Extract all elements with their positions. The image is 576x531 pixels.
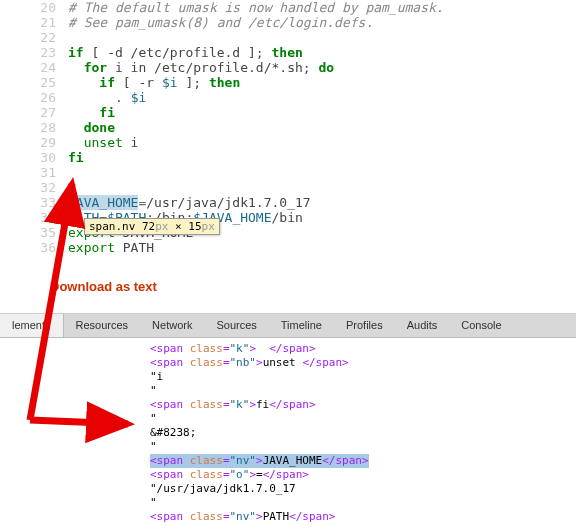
download-link[interactable]: Download as text: [50, 279, 157, 294]
dom-token: ": [150, 440, 157, 453]
line-content[interactable]: done: [68, 120, 576, 135]
dom-line[interactable]: <span class="k"> </span>: [150, 342, 576, 356]
devtools-tab-sources[interactable]: Sources: [204, 314, 268, 337]
dom-token: =: [223, 510, 230, 523]
dom-token: "k": [230, 342, 250, 355]
devtools-tab-audits[interactable]: Audits: [395, 314, 450, 337]
dom-token: [256, 342, 269, 355]
devtools-tab-profiles[interactable]: Profiles: [334, 314, 395, 337]
dom-line[interactable]: ": [150, 384, 576, 398]
devtools-tab-console[interactable]: Console: [449, 314, 513, 337]
dom-token: </span>: [263, 468, 309, 481]
dom-token: <span: [150, 342, 190, 355]
devtools-tab-resources[interactable]: Resources: [64, 314, 141, 337]
code-token: /bin: [272, 210, 303, 225]
line-content[interactable]: # The default umask is now handled by pa…: [68, 0, 576, 15]
dom-token: >: [256, 454, 263, 467]
dom-line[interactable]: ": [150, 440, 576, 454]
code-token: then: [209, 75, 240, 90]
code-line: 24 for i in /etc/profile.d/*.sh; do: [0, 60, 576, 75]
line-content[interactable]: fi: [68, 150, 576, 165]
line-content[interactable]: unset i: [68, 135, 576, 150]
code-token: unset: [84, 135, 123, 150]
line-content[interactable]: # See pam_umask(8) and /etc/login.defs.: [68, 15, 576, 30]
dom-token: "o": [230, 468, 250, 481]
code-token: [68, 60, 84, 75]
code-line: 36export PATH: [0, 240, 576, 255]
line-content[interactable]: [68, 180, 576, 195]
line-content[interactable]: fi: [68, 105, 576, 120]
line-number: 35: [0, 225, 68, 240]
devtools-tab-network[interactable]: Network: [140, 314, 204, 337]
line-number: 23: [0, 45, 68, 60]
line-number: 20: [0, 0, 68, 15]
code-token: [ -r: [115, 75, 162, 90]
code-area: 20# The default umask is now handled by …: [0, 0, 576, 255]
dom-line[interactable]: <span class="nv">JAVA_HOME</span>: [150, 454, 576, 468]
devtools-tab-timeline[interactable]: Timeline: [269, 314, 334, 337]
line-number: 34: [0, 210, 68, 225]
line-content[interactable]: JAVA_HOME=/usr/java/jdk1.7.0_17: [68, 195, 576, 210]
dom-token: fi: [256, 398, 269, 411]
code-token: export: [68, 240, 115, 255]
code-token: $i: [131, 90, 147, 105]
dom-token: =: [223, 398, 230, 411]
dom-line[interactable]: &#8238;: [150, 426, 576, 440]
dom-token: "nv": [230, 454, 257, 467]
dom-token: class: [190, 454, 223, 467]
code-line: 20# The default umask is now handled by …: [0, 0, 576, 15]
dom-line[interactable]: <span class="k">fi</span>: [150, 398, 576, 412]
line-content[interactable]: [68, 165, 576, 180]
dom-token: PATH: [263, 510, 290, 523]
code-line: 27 fi: [0, 105, 576, 120]
dom-token: class: [190, 356, 223, 369]
devtools-panel: lementsResourcesNetworkSourcesTimelinePr…: [0, 313, 576, 531]
dom-token: class: [190, 342, 223, 355]
dom-line[interactable]: ": [150, 496, 576, 510]
dom-token: "k": [230, 398, 250, 411]
tooltip-hu: px: [202, 220, 215, 233]
dom-line[interactable]: <span class="nb">unset </span>: [150, 356, 576, 370]
dom-line[interactable]: ": [150, 412, 576, 426]
line-number: 32: [0, 180, 68, 195]
code-token: then: [272, 45, 303, 60]
code-token: if: [99, 75, 115, 90]
dom-line[interactable]: <span class="o">=</span>: [150, 468, 576, 482]
line-content[interactable]: . $i: [68, 90, 576, 105]
dom-line[interactable]: "/usr/java/jdk1.7.0_17: [150, 482, 576, 496]
dom-token: </span>: [269, 342, 315, 355]
code-line: 30fi: [0, 150, 576, 165]
line-number: 29: [0, 135, 68, 150]
code-line: 23if [ -d /etc/profile.d ]; then: [0, 45, 576, 60]
dom-line[interactable]: "i: [150, 370, 576, 384]
dom-token: "nb": [230, 356, 257, 369]
line-content[interactable]: export PATH: [68, 240, 576, 255]
dom-token: "/usr/java/jdk1.7.0_17: [150, 482, 296, 495]
code-line: 32: [0, 180, 576, 195]
dom-token: JAVA_HOME: [263, 454, 323, 467]
tooltip-h: 15: [188, 220, 201, 233]
code-line: 28 done: [0, 120, 576, 135]
code-token: # The default umask is now handled by pa…: [68, 0, 444, 15]
devtools-tab-lements[interactable]: lements: [0, 314, 64, 337]
dom-token: class: [190, 468, 223, 481]
code-token: ];: [178, 75, 209, 90]
dom-token: ": [150, 412, 157, 425]
dom-token: "nv": [230, 510, 257, 523]
tooltip-wu: px: [155, 220, 168, 233]
dom-token: <span: [150, 398, 190, 411]
dom-line[interactable]: <span class="nv">PATH</span>: [150, 510, 576, 524]
line-content[interactable]: if [ -d /etc/profile.d ]; then: [68, 45, 576, 60]
line-content[interactable]: for i in /etc/profile.d/*.sh; do: [68, 60, 576, 75]
devtools-dom-view[interactable]: <span class="k"> </span><span class="nb"…: [0, 338, 576, 531]
tooltip-sep: ×: [168, 220, 188, 233]
dom-token: <span: [150, 510, 190, 523]
dom-token: <span: [150, 454, 190, 467]
code-token: fi: [99, 105, 115, 120]
dom-token: >: [256, 356, 263, 369]
line-content[interactable]: if [ -r $i ]; then: [68, 75, 576, 90]
dom-token: </span>: [289, 510, 335, 523]
line-content[interactable]: [68, 30, 576, 45]
dom-token: unset: [263, 356, 303, 369]
dom-token: <span: [150, 356, 190, 369]
